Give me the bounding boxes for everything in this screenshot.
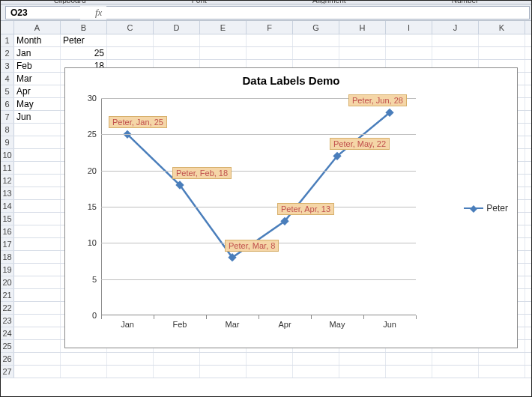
data-label[interactable]: Peter, Feb, 18	[172, 167, 232, 179]
cell[interactable]	[386, 366, 432, 378]
cell[interactable]	[200, 366, 247, 378]
row-header[interactable]: 7	[1, 111, 14, 123]
cell[interactable]	[247, 47, 293, 59]
cell[interactable]	[386, 353, 432, 365]
cell[interactable]	[14, 225, 61, 237]
worksheet[interactable]: ABCDEFGHIJK 1MonthPeter2Jan253Feb184Mar8…	[1, 21, 531, 396]
cell[interactable]: Feb	[14, 60, 61, 72]
cell[interactable]	[107, 366, 154, 378]
cell[interactable]	[14, 315, 61, 327]
row-header[interactable]: 17	[1, 238, 14, 250]
row-header[interactable]: 25	[1, 340, 14, 352]
row-header[interactable]: 23	[1, 315, 14, 327]
row-header[interactable]: 22	[1, 302, 14, 314]
cell[interactable]: Peter	[61, 34, 107, 46]
column-header[interactable]: A	[14, 21, 61, 34]
cell[interactable]	[293, 34, 339, 46]
cell[interactable]: Jan	[14, 47, 61, 59]
cell[interactable]	[14, 340, 61, 352]
select-all-corner[interactable]	[1, 21, 14, 34]
cell[interactable]	[200, 353, 247, 365]
cell[interactable]	[14, 353, 61, 365]
cell[interactable]	[247, 366, 293, 378]
row-header[interactable]: 21	[1, 289, 14, 301]
cell[interactable]	[339, 47, 386, 59]
row-header[interactable]: 24	[1, 327, 14, 339]
cell[interactable]	[14, 289, 61, 301]
cell[interactable]	[14, 175, 61, 187]
row-header[interactable]: 14	[1, 200, 14, 212]
cell[interactable]	[293, 47, 339, 59]
cell[interactable]: 25	[61, 47, 107, 59]
cell[interactable]	[14, 302, 61, 314]
cell[interactable]	[14, 251, 61, 263]
cell[interactable]	[14, 238, 61, 250]
column-header[interactable]: K	[479, 21, 525, 34]
column-header[interactable]: E	[200, 21, 247, 34]
cell[interactable]	[293, 353, 339, 365]
cell[interactable]	[107, 47, 154, 59]
cell[interactable]	[339, 366, 386, 378]
data-label[interactable]: Peter, Mar, 8	[225, 240, 279, 252]
column-header[interactable]: D	[154, 21, 200, 34]
cell[interactable]	[154, 353, 200, 365]
column-header[interactable]: F	[247, 21, 293, 34]
row-header[interactable]: 10	[1, 149, 14, 161]
cell[interactable]	[14, 162, 61, 174]
legend[interactable]: Peter	[464, 203, 508, 213]
name-box[interactable]: ▾	[5, 6, 80, 19]
cell[interactable]	[386, 47, 432, 59]
cell[interactable]	[14, 276, 61, 288]
row-header[interactable]: 12	[1, 175, 14, 187]
cell[interactable]: Apr	[14, 85, 61, 97]
cell[interactable]: Mar	[14, 73, 61, 85]
cell[interactable]	[247, 353, 293, 365]
row-header[interactable]: 15	[1, 213, 14, 225]
cell[interactable]	[154, 366, 200, 378]
row-header[interactable]: 1	[1, 34, 14, 46]
data-label[interactable]: Peter, Apr, 13	[277, 203, 334, 215]
cell[interactable]	[14, 327, 61, 339]
row-header[interactable]: 20	[1, 276, 14, 288]
cell[interactable]	[14, 213, 61, 225]
data-label[interactable]: Peter, Jan, 25	[109, 116, 167, 128]
cell[interactable]	[339, 353, 386, 365]
column-header[interactable]: I	[386, 21, 432, 34]
column-header[interactable]: J	[432, 21, 479, 34]
cell[interactable]	[200, 47, 247, 59]
cell[interactable]	[107, 34, 154, 46]
cell[interactable]	[14, 124, 61, 136]
cell[interactable]	[200, 34, 247, 46]
cell[interactable]	[14, 187, 61, 199]
cell[interactable]	[479, 353, 525, 365]
row-header[interactable]: 16	[1, 225, 14, 237]
cell[interactable]	[339, 34, 386, 46]
plot-area[interactable]: 051015202530JanFebMarAprMayJunPeter, Jan…	[101, 98, 416, 315]
column-header[interactable]: H	[339, 21, 386, 34]
cell[interactable]	[247, 34, 293, 46]
cell[interactable]	[61, 353, 107, 365]
cell[interactable]	[479, 34, 525, 46]
row-header[interactable]: 9	[1, 136, 14, 148]
cell[interactable]	[14, 136, 61, 148]
column-header[interactable]: B	[61, 21, 107, 34]
column-header[interactable]: C	[107, 21, 154, 34]
cell[interactable]: Jun	[14, 111, 61, 123]
row-header[interactable]: 2	[1, 47, 14, 59]
chart-object[interactable]: Data Labels Demo 051015202530JanFebMarAp…	[64, 67, 518, 348]
row-header[interactable]: 8	[1, 124, 14, 136]
row-header[interactable]: 19	[1, 264, 14, 276]
row-header[interactable]: 26	[1, 353, 14, 365]
data-label[interactable]: Peter, May, 22	[330, 138, 390, 150]
cell[interactable]	[479, 366, 525, 378]
cell[interactable]	[14, 200, 61, 212]
column-header[interactable]: G	[293, 21, 339, 34]
fx-button[interactable]: fx	[91, 7, 106, 19]
cell[interactable]	[432, 47, 479, 59]
cell[interactable]	[432, 366, 479, 378]
cell[interactable]	[61, 366, 107, 378]
cell[interactable]	[14, 264, 61, 276]
row-header[interactable]: 6	[1, 98, 14, 110]
formula-input[interactable]	[106, 6, 530, 19]
cell[interactable]	[386, 34, 432, 46]
